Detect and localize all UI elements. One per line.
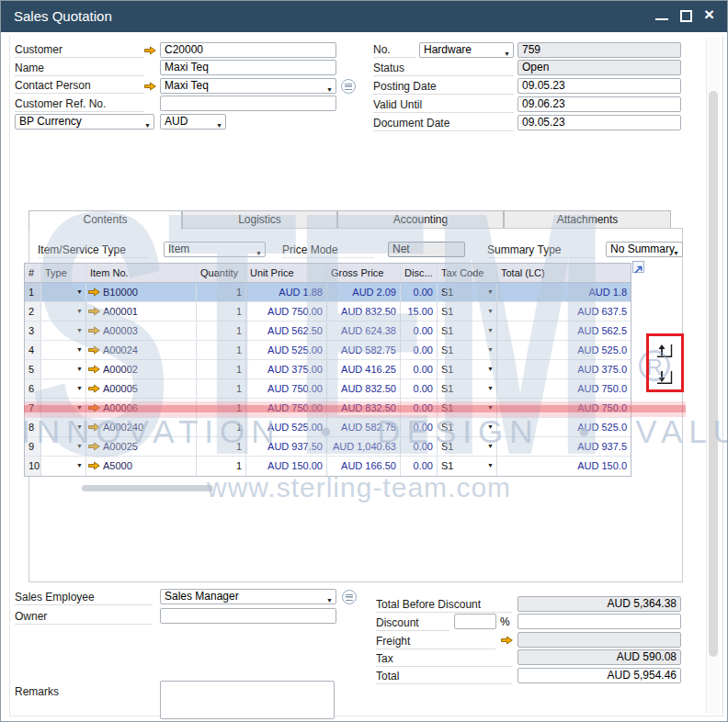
row-number[interactable]: 5: [25, 360, 41, 378]
discount-amount-field[interactable]: [518, 614, 681, 629]
type-cell[interactable]: ▼: [41, 302, 86, 321]
col-header-item[interactable]: Item No.: [86, 264, 197, 282]
sales-employee-detail-button[interactable]: [342, 590, 357, 604]
total-cell[interactable]: AUD 637.5: [497, 302, 631, 321]
link-arrow-icon[interactable]: [88, 384, 100, 393]
contact-detail-button[interactable]: [341, 79, 356, 94]
series-select[interactable]: Hardware▼: [419, 42, 514, 58]
gross-price-cell[interactable]: AUD 832.50: [327, 399, 401, 417]
unit-price-cell[interactable]: AUD 525.00: [246, 341, 327, 359]
discount-cell[interactable]: 0.00: [401, 418, 438, 436]
tax-code-cell[interactable]: S1▼: [438, 437, 497, 456]
expand-grid-button[interactable]: [632, 261, 644, 273]
item-no-cell[interactable]: B10000: [86, 283, 197, 301]
maximize-button[interactable]: [676, 1, 698, 32]
row-number[interactable]: 3: [25, 322, 41, 340]
col-header-num[interactable]: #: [25, 264, 41, 282]
summary-type-select[interactable]: No Summary▼: [606, 242, 683, 257]
unit-price-cell[interactable]: AUD 1.88: [246, 283, 327, 301]
gross-price-cell[interactable]: AUD 582.75: [327, 418, 401, 436]
tax-code-cell[interactable]: S1▼: [438, 379, 497, 398]
link-arrow-icon[interactable]: [144, 46, 156, 55]
currency-select[interactable]: AUD▼: [160, 114, 226, 130]
type-cell[interactable]: ▼: [41, 283, 86, 301]
quantity-cell[interactable]: 1: [197, 302, 246, 321]
item-no-cell[interactable]: A00003: [86, 322, 197, 340]
row-number[interactable]: 6: [25, 379, 41, 398]
discount-cell[interactable]: 0.00: [401, 322, 438, 340]
total-cell[interactable]: AUD 525.0: [497, 341, 631, 359]
discount-cell[interactable]: 0.00: [401, 457, 438, 476]
quantity-cell[interactable]: 1: [197, 322, 246, 340]
row-number[interactable]: 1: [25, 283, 41, 301]
type-cell[interactable]: ▼: [41, 379, 86, 398]
item-no-cell[interactable]: A000240: [86, 418, 197, 436]
row-number[interactable]: 10: [25, 457, 41, 476]
quantity-cell[interactable]: 1: [197, 341, 246, 359]
discount-cell[interactable]: 0.00: [401, 341, 438, 359]
posting-date-field[interactable]: 09.05.23: [518, 78, 681, 94]
link-arrow-icon[interactable]: [88, 365, 100, 374]
tax-code-cell[interactable]: S1▼: [438, 399, 497, 417]
unit-price-cell[interactable]: AUD 375.00: [246, 360, 327, 378]
type-cell[interactable]: ▼: [41, 418, 86, 436]
freight-field[interactable]: [518, 632, 681, 648]
bp-currency-select[interactable]: BP Currency▼: [15, 114, 154, 130]
link-arrow-icon[interactable]: [501, 636, 513, 645]
move-row-down-button[interactable]: [652, 366, 678, 388]
total-cell[interactable]: AUD 937.5: [497, 437, 631, 456]
close-button[interactable]: ×: [701, 1, 723, 32]
name-field[interactable]: Maxi Teq: [160, 60, 336, 75]
quantity-cell[interactable]: 1: [197, 457, 246, 476]
item-no-cell[interactable]: A00002: [86, 360, 197, 378]
quantity-cell[interactable]: 1: [197, 437, 246, 456]
unit-price-cell[interactable]: AUD 937.50: [246, 437, 327, 456]
total-cell[interactable]: AUD 1.8: [497, 283, 631, 301]
tax-code-cell[interactable]: S1▼: [438, 360, 497, 378]
unit-price-cell[interactable]: AUD 525.00: [246, 418, 327, 436]
link-arrow-icon[interactable]: [144, 82, 156, 91]
col-header-unit[interactable]: Unit Price: [246, 264, 327, 282]
table-row[interactable]: 5 ▼ A00002 1 AUD 375.00 AUD 416.25 0.00 …: [25, 360, 631, 379]
discount-cell[interactable]: 0.00: [401, 399, 438, 417]
item-no-cell[interactable]: A00024: [86, 341, 197, 359]
link-arrow-icon[interactable]: [88, 345, 100, 355]
gross-price-cell[interactable]: AUD 166.50: [327, 457, 401, 476]
table-row[interactable]: 2 ▼ A00001 1 AUD 750.00 AUD 832.50 15.00…: [25, 302, 631, 322]
link-arrow-icon[interactable]: [88, 423, 100, 432]
table-row[interactable]: 6 ▼ A00005 1 AUD 750.00 AUD 832.50 0.00 …: [25, 379, 631, 399]
link-arrow-icon[interactable]: [88, 307, 100, 316]
total-cell[interactable]: AUD 150.0: [497, 457, 631, 476]
link-arrow-icon[interactable]: [88, 288, 100, 297]
row-number[interactable]: 2: [25, 302, 41, 321]
col-header-qty[interactable]: Quantity: [197, 264, 246, 282]
col-header-tax[interactable]: Tax Code: [438, 264, 497, 282]
customer-field[interactable]: C20000: [160, 42, 336, 58]
discount-cell[interactable]: 0.00: [401, 437, 438, 456]
link-arrow-icon[interactable]: [88, 326, 100, 335]
unit-price-cell[interactable]: AUD 562.50: [246, 322, 327, 340]
vertical-scrollbar-track[interactable]: [706, 38, 720, 714]
table-row[interactable]: 8 ▼ A000240 1 AUD 525.00 AUD 582.75 0.00…: [25, 418, 631, 437]
quantity-cell[interactable]: 1: [197, 360, 246, 378]
table-row[interactable]: 4 ▼ A00024 1 AUD 525.00 AUD 582.75 0.00 …: [25, 341, 631, 360]
item-no-cell[interactable]: A00025: [86, 437, 197, 456]
gross-price-cell[interactable]: AUD 1,040.63: [327, 437, 401, 456]
total-cell[interactable]: AUD 562.5: [497, 322, 631, 340]
tab-attachments[interactable]: Attachments: [504, 210, 671, 229]
customer-ref-field[interactable]: [160, 96, 336, 111]
link-arrow-icon[interactable]: [88, 403, 100, 412]
item-no-cell[interactable]: A00001: [86, 302, 197, 321]
unit-price-cell[interactable]: AUD 750.00: [246, 379, 327, 398]
col-header-total[interactable]: Total (LC): [497, 264, 631, 282]
unit-price-cell[interactable]: AUD 750.00: [246, 399, 327, 417]
item-no-cell[interactable]: A00005: [86, 379, 197, 398]
tax-code-cell[interactable]: S1▼: [438, 283, 497, 301]
tab-logistics[interactable]: Logistics: [182, 210, 337, 229]
total-cell[interactable]: AUD 750.0: [497, 399, 631, 417]
tax-code-cell[interactable]: S1▼: [438, 418, 497, 436]
discount-cell[interactable]: 15.00: [401, 302, 438, 321]
remarks-textarea[interactable]: [160, 681, 335, 719]
move-row-up-button[interactable]: [652, 339, 678, 361]
discount-cell[interactable]: 0.00: [401, 283, 438, 301]
